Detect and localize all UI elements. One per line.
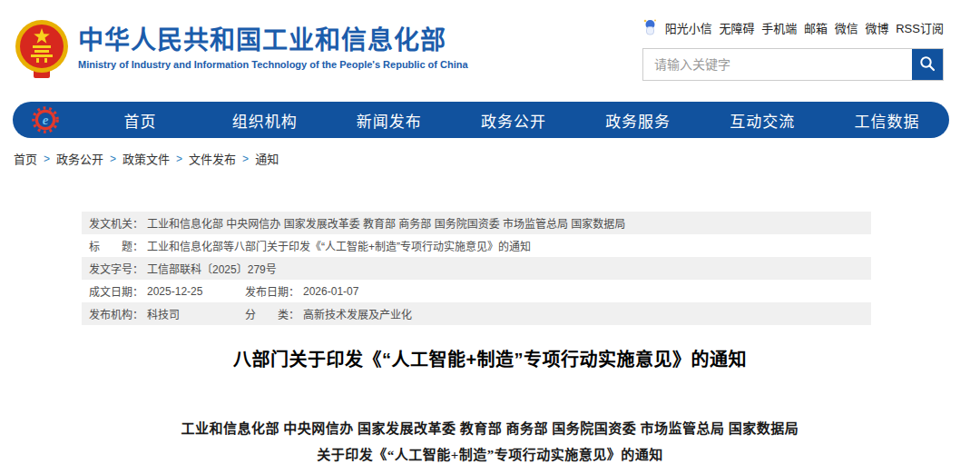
meta-row-4: 发布机构：科技司分 类：高新技术发展及产业化: [82, 302, 871, 325]
national-emblem-icon: [13, 18, 71, 82]
quick-link-5[interactable]: 微博: [865, 19, 888, 36]
breadcrumb-separator: >: [242, 153, 249, 165]
quick-link-2[interactable]: 手机端: [761, 19, 797, 36]
main-nav: e 首页组织机构新闻发布政务公开政务服务互动交流工信数据: [13, 102, 949, 138]
site-header: 中华人民共和国工业和信息化部 Ministry of Industry and …: [0, 0, 980, 95]
meta-label: 发布日期：: [245, 283, 299, 299]
meta-row-0: 发文机关：工业和信息化部 中央网信办 国家发展改革委 教育部 商务部 国务院国资…: [82, 212, 871, 234]
meta-label: 发布机构：: [89, 306, 143, 321]
breadcrumb-separator: >: [44, 153, 50, 165]
main-nav-items: 首页组织机构新闻发布政务公开政务服务互动交流工信数据: [78, 102, 949, 138]
meta-label: 分 类：: [245, 306, 299, 321]
mascot-icon: [642, 18, 658, 36]
breadcrumb-separator: >: [110, 153, 116, 165]
meta-label: 标 题：: [89, 238, 143, 253]
miit-gear-logo-icon: e: [13, 105, 78, 134]
breadcrumb-item-3[interactable]: 文件发布: [189, 150, 236, 167]
meta-label: 发文字号：: [89, 261, 143, 276]
doc-meta-table: 发文机关：工业和信息化部 中央网信办 国家发展改革委 教育部 商务部 国务院国资…: [82, 212, 871, 325]
meta-value: 2026-01-07: [303, 285, 358, 298]
article-title: 八部门关于印发《“人工智能+制造”专项行动实施意见》的通知: [0, 345, 980, 371]
quick-link-4[interactable]: 微信: [835, 19, 858, 36]
article-body-line-1: 关于印发《“人工智能+制造”专项行动实施意见》的通知: [0, 442, 980, 469]
search-input[interactable]: [643, 49, 912, 80]
meta-row-2: 发文字号：工信部联科〔2025〕279号: [82, 257, 871, 280]
nav-item-5[interactable]: 互动交流: [701, 102, 825, 138]
meta-value: 2025-12-25: [147, 285, 202, 298]
meta-pair: 成文日期：2025-12-25: [89, 283, 245, 299]
meta-value: 工信部联科〔2025〕279号: [147, 261, 277, 276]
breadcrumb-item-4: 通知: [255, 150, 279, 167]
breadcrumb-separator: >: [176, 153, 182, 165]
org-name-cn: 中华人民共和国工业和信息化部: [78, 25, 468, 56]
quick-links: 阳光小信无障碍手机端邮箱微信微博RSS订阅: [642, 18, 944, 36]
search-box: [642, 48, 944, 81]
search-icon: [919, 55, 936, 74]
meta-value: 工业和信息化部 中央网信办 国家发展改革委 教育部 商务部 国务院国资委 市场监…: [147, 215, 625, 231]
meta-value: 工业和信息化部等八部门关于印发《“人工智能+制造”专项行动实施意见》的通知: [147, 238, 531, 253]
nav-item-6[interactable]: 工信数据: [825, 102, 949, 138]
quick-link-0[interactable]: 阳光小信: [665, 19, 712, 36]
meta-label: 发文机关：: [89, 215, 143, 231]
quick-link-1[interactable]: 无障碍: [719, 19, 754, 36]
nav-item-2[interactable]: 新闻发布: [327, 102, 451, 138]
nav-item-3[interactable]: 政务公开: [451, 102, 575, 138]
article-body-line-0: 工业和信息化部 中央网信办 国家发展改革委 教育部 商务部 国务院国资委 市场监…: [0, 416, 980, 442]
quick-link-3[interactable]: 邮箱: [804, 19, 828, 36]
meta-row-1: 标 题：工业和信息化部等八部门关于印发《“人工智能+制造”专项行动实施意见》的通…: [82, 234, 871, 257]
search-button[interactable]: [912, 49, 943, 80]
meta-value: 科技司: [147, 306, 180, 321]
org-name-en: Ministry of Industry and Information Tec…: [78, 59, 468, 70]
nav-item-0[interactable]: 首页: [78, 102, 202, 138]
breadcrumb-item-2[interactable]: 政策文件: [122, 150, 170, 167]
svg-text:e: e: [43, 113, 49, 127]
nav-item-4[interactable]: 政务服务: [576, 102, 701, 138]
nav-item-1[interactable]: 组织机构: [202, 102, 327, 138]
meta-value: 高新技术发展及产业化: [303, 306, 412, 321]
article-body: 工业和信息化部 中央网信办 国家发展改革委 教育部 商务部 国务院国资委 市场监…: [0, 416, 980, 469]
meta-label: 成文日期：: [89, 283, 143, 299]
breadcrumb-item-0[interactable]: 首页: [14, 150, 37, 167]
breadcrumb-item-1[interactable]: 政务公开: [56, 150, 103, 167]
meta-pair: 发布机构：科技司: [89, 306, 245, 321]
quick-link-6[interactable]: RSS订阅: [896, 19, 944, 36]
breadcrumb: 首页>政务公开>政策文件>文件发布>通知: [14, 150, 279, 167]
meta-row-3: 成文日期：2025-12-25发布日期：2026-01-07: [82, 280, 871, 302]
org-title-block: 中华人民共和国工业和信息化部 Ministry of Industry and …: [78, 25, 468, 70]
